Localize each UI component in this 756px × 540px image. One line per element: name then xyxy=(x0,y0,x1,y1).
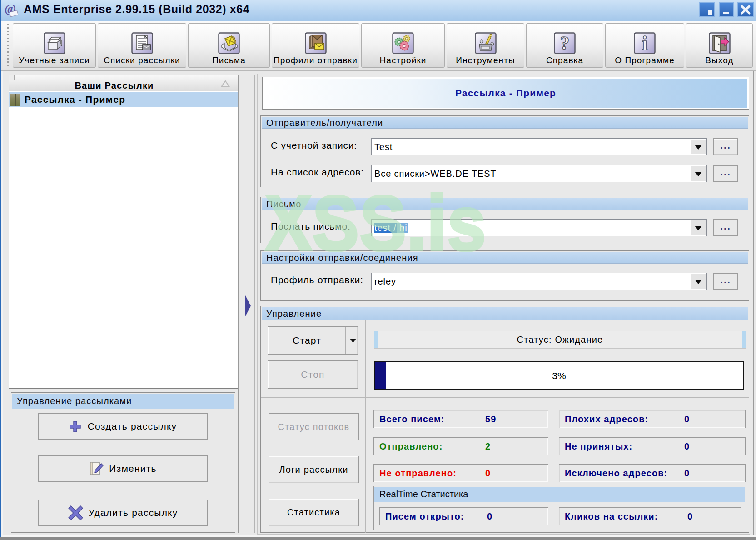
svg-text:?: ? xyxy=(560,33,570,54)
svg-text:i: i xyxy=(642,32,647,54)
